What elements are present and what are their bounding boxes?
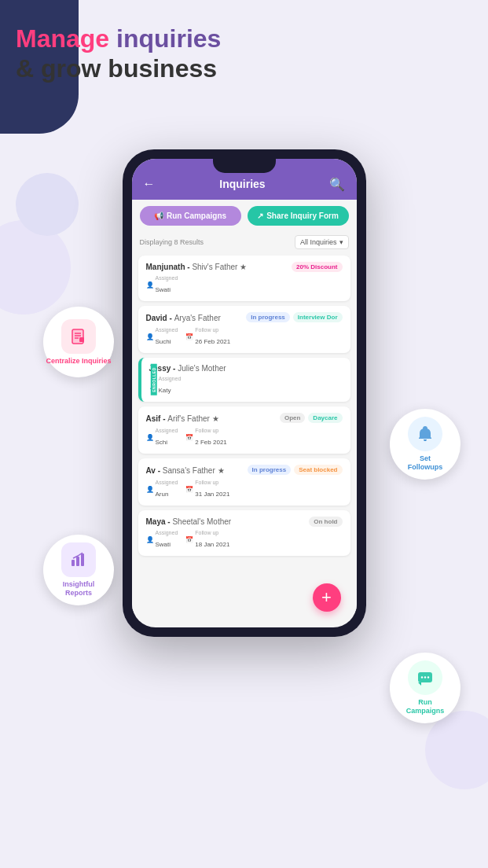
card-meta-4: 👤 Assigned Schi 📅 Follow up 2 Feb 2021 [146,428,343,447]
inquiry-card-david[interactable]: David - Arya's Father In progress Interv… [138,306,350,353]
search-icon[interactable]: 🔍 [329,177,345,192]
bg-circle-3 [425,711,488,789]
action-buttons-row: 📢 Run Campaigns ↗ Share Inquiry Form [132,200,357,232]
card-name-4: Asif - Arif's Father ★ [146,414,219,423]
svg-rect-7 [76,557,79,566]
inquiry-card-jessy[interactable]: ENROLLED Jessy - Julie's Mother 👤 Assign… [138,358,350,402]
svg-point-10 [421,677,423,679]
chevron-down-icon: ▾ [339,238,343,246]
card-meta-1: 👤 Assigned Swati [146,275,343,295]
screen-title: Inquiries [219,178,265,190]
card-name-1: Manjunath - Shiv's Father ★ [146,263,248,271]
bg-circle-2 [16,173,79,236]
inquiry-card-asif[interactable]: Asif - Arif's Father ★ Open Daycare 👤 As… [138,406,350,454]
card-meta-5: 👤 Assigned Arun 📅 Follow up 31 Jan 2021 [146,480,343,499]
card-badge-2b: Interview Dor [293,312,343,322]
card-badge-6: On hold [309,517,342,527]
card-badge-1: 20% Discount [292,262,342,272]
phone-notch [213,159,276,173]
megaphone-icon: 📢 [154,211,163,220]
card-meta-6: 👤 Assigned Swati 📅 Follow up 18 Jan 2021 [146,530,343,550]
share-icon: ↗ [257,211,263,220]
page-title: Manage inquiries & grow business [16,24,472,84]
centralize-icon-wrap [61,319,96,354]
bg-circle-1 [0,220,71,314]
phone-frame: ← Inquiries 🔍 📢 Run Campaigns ↗ Share In… [123,149,366,637]
svg-rect-6 [72,560,75,566]
card-name-5: Av - Sansa's Father ★ [146,466,225,475]
card-badge-4b: Daycare [308,413,342,423]
filter-bar: Displaying 8 Results All Inquiries ▾ [132,232,357,252]
inquiry-card-maya[interactable]: Maya - Sheetal's Mother On hold 👤 Assign… [138,510,350,556]
card-meta-3: 👤 Assigned Katy [149,376,343,395]
campaigns-icon-wrap [408,660,442,695]
card-name-2: David - Arya's Father [146,314,221,322]
svg-point-11 [424,677,426,679]
card-name-3: Jessy - Julie's Mother [149,364,226,373]
card-badge-2a: In progress [246,312,290,322]
card-meta-2: 👤 Assigned Suchi 📅 Follow up 26 Feb 2021 [146,327,343,347]
followups-icon-wrap [408,417,442,451]
followups-label: SetFollowups [408,454,443,472]
enrolled-label: ENROLLED [150,364,156,395]
card-badge-4a: Open [280,413,305,423]
run-campaigns-button[interactable]: 📢 Run Campaigns [140,206,241,226]
title-grow: & grow business [16,54,217,83]
centralize-icon [69,327,88,346]
reports-label: InsightfulReports [63,580,95,598]
card-badge-5a: In progress [248,465,292,475]
insightful-reports-badge: InsightfulReports [43,535,114,605]
campaigns-label: RunCampaigns [406,698,445,715]
card-name-6: Maya - Sheetal's Mother [146,517,232,526]
centralize-label: Centralize Inquiries [46,357,111,366]
phone-screen: ← Inquiries 🔍 📢 Run Campaigns ↗ Share In… [132,159,357,627]
results-count: Displaying 8 Results [140,238,204,246]
set-followups-badge: SetFollowups [390,409,460,480]
header-section: Manage inquiries & grow business [16,24,472,84]
message-icon [416,668,435,687]
inquiry-cards-list: Manjunath - Shiv's Father ★ 20% Discount… [132,252,357,611]
card-badge-5b: Seat blocked [294,465,342,475]
share-inquiry-button[interactable]: ↗ Share Inquiry Form [248,206,349,226]
reports-icon-wrap [61,542,96,577]
inquiry-card-manjunath[interactable]: Manjunath - Shiv's Father ★ 20% Discount… [138,256,350,301]
title-manage: Manage [16,24,109,53]
inquiry-card-av[interactable]: Av - Sansa's Father ★ In progress Seat b… [138,458,350,506]
run-campaigns-badge: RunCampaigns [390,653,460,723]
bell-icon [416,425,435,443]
phone-mockup: ← Inquiries 🔍 📢 Run Campaigns ↗ Share In… [123,149,366,637]
svg-point-12 [427,677,429,679]
back-icon[interactable]: ← [143,177,156,191]
svg-rect-5 [79,337,84,342]
svg-rect-8 [81,554,84,566]
title-inquiries: inquiries [116,24,221,53]
chart-icon [69,550,88,569]
add-inquiry-fab[interactable]: + [313,583,341,612]
inquiry-filter-dropdown[interactable]: All Inquiries ▾ [295,235,349,249]
centralize-inquiries-badge: Centralize Inquiries [43,307,114,377]
